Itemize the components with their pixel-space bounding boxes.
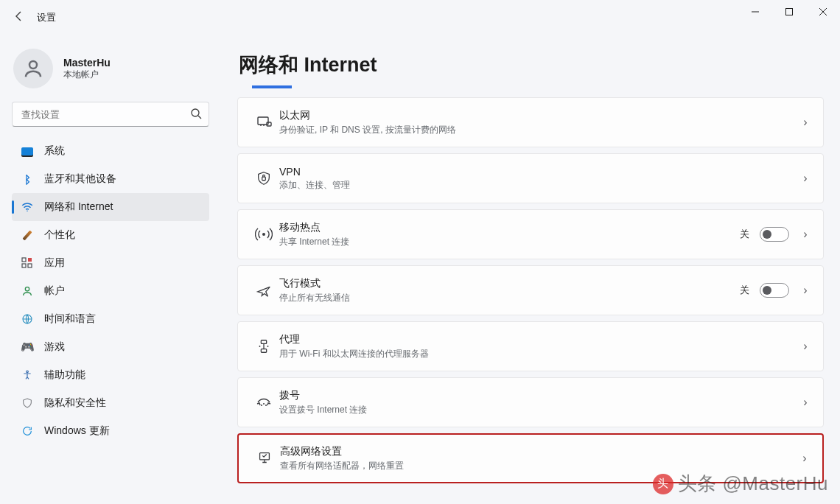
sidebar-item-label: 时间和语言: [44, 312, 96, 326]
close-button[interactable]: [806, 0, 840, 24]
svg-point-18: [267, 346, 269, 347]
sidebar-item-accessibility[interactable]: 辅助功能: [12, 361, 209, 389]
card-title: 以太网: [279, 109, 799, 122]
svg-rect-0: [786, 9, 793, 15]
card-subtitle: 身份验证, IP 和 DNS 设置, 按流量计费的网络: [279, 124, 799, 136]
apps-icon: [21, 256, 34, 270]
card-title: 拨号: [279, 389, 799, 402]
toggle-state-label: 关: [740, 228, 749, 241]
profile-block[interactable]: MasterHu 本地帐户: [13, 49, 209, 88]
sidebar-item-apps[interactable]: 应用: [12, 249, 209, 277]
watermark: 头头条 @MasterHu: [653, 471, 828, 497]
gamepad-icon: 🎮: [21, 340, 34, 354]
card-title: 高级网络设置: [280, 445, 799, 458]
watermark-logo-icon: 头: [653, 474, 673, 494]
chevron-right-icon: ›: [799, 172, 811, 185]
avatar: [13, 49, 53, 88]
airplane-icon: [248, 282, 279, 298]
setting-card-vpn[interactable]: VPN添加、连接、管理›: [237, 153, 824, 203]
sidebar-item-label: 个性化: [44, 228, 75, 242]
svg-rect-6: [22, 264, 26, 267]
card-subtitle: 停止所有无线通信: [279, 292, 740, 304]
card-title: VPN: [279, 166, 799, 178]
profile-account-type: 本地帐户: [63, 69, 111, 81]
svg-rect-13: [262, 177, 266, 181]
sidebar-item-gamepad[interactable]: 🎮游戏: [12, 333, 209, 361]
card-subtitle: 添加、连接、管理: [279, 179, 799, 192]
svg-rect-15: [261, 340, 266, 344]
sidebar-item-shield[interactable]: 隐私和安全性: [12, 389, 209, 417]
sidebar-item-monitor[interactable]: 系统: [12, 137, 209, 165]
search-input[interactable]: [12, 102, 209, 127]
toggle-state-label: 关: [740, 284, 749, 297]
sidebar-item-label: 辅助功能: [44, 368, 85, 382]
card-title: 移动热点: [279, 221, 740, 234]
toggle-switch[interactable]: [760, 283, 789, 298]
toggle-switch[interactable]: [760, 227, 789, 242]
chevron-right-icon: ›: [799, 452, 811, 465]
vpn-icon: [248, 170, 279, 186]
sidebar-item-label: 网络和 Internet: [44, 200, 113, 214]
sidebar-item-brush[interactable]: 个性化: [12, 221, 209, 249]
sidebar-item-label: 帐户: [44, 284, 65, 298]
setting-card-ethernet[interactable]: 以太网身份验证, IP 和 DNS 设置, 按流量计费的网络›: [237, 97, 824, 147]
sidebar-item-label: 蓝牙和其他设备: [44, 172, 116, 186]
chevron-right-icon: ›: [799, 284, 811, 297]
profile-name: MasterHu: [63, 57, 111, 69]
bluetooth-icon: ᛒ: [21, 172, 34, 186]
card-title: 代理: [279, 333, 799, 346]
svg-point-20: [261, 405, 262, 406]
setting-card-proxy[interactable]: 代理用于 Wi-Fi 和以太网连接的代理服务器›: [237, 321, 824, 371]
brush-icon: [21, 228, 34, 242]
maximize-button[interactable]: [772, 0, 806, 24]
accessibility-icon: [21, 368, 34, 382]
setting-card-hotspot[interactable]: 移动热点共享 Internet 连接关›: [237, 209, 824, 259]
page-title: 网络和 Internet: [239, 52, 824, 78]
sidebar-item-globe[interactable]: 时间和语言: [12, 305, 209, 333]
dialup-icon: [248, 393, 279, 411]
svg-point-21: [265, 405, 267, 406]
svg-point-2: [192, 109, 199, 116]
svg-point-1: [29, 61, 37, 69]
chevron-right-icon: ›: [799, 396, 811, 409]
svg-point-17: [259, 346, 261, 347]
sidebar-item-person[interactable]: 帐户: [12, 277, 209, 305]
setting-card-dialup[interactable]: 拨号设置拨号 Internet 连接›: [237, 377, 824, 427]
sidebar-item-label: 应用: [44, 256, 65, 270]
ethernet-icon: [248, 113, 279, 131]
update-icon: [21, 424, 34, 438]
globe-icon: [21, 312, 34, 326]
card-subtitle: 设置拨号 Internet 连接: [279, 404, 799, 416]
card-title: 飞行模式: [279, 277, 740, 290]
svg-rect-4: [22, 258, 26, 262]
sidebar-item-update[interactable]: Windows 更新: [12, 417, 209, 445]
sidebar-item-bluetooth[interactable]: ᛒ蓝牙和其他设备: [12, 165, 209, 193]
svg-rect-7: [28, 264, 32, 267]
card-subtitle: 共享 Internet 连接: [279, 236, 740, 248]
svg-point-14: [262, 233, 265, 236]
monitor-icon: [21, 144, 34, 158]
chevron-right-icon: ›: [799, 340, 811, 353]
svg-point-10: [27, 371, 29, 373]
svg-rect-5: [28, 258, 32, 262]
sidebar-item-wifi[interactable]: 网络和 Internet: [12, 193, 209, 221]
sidebar-item-label: 隐私和安全性: [44, 396, 106, 410]
svg-rect-16: [261, 349, 266, 353]
person-icon: [21, 284, 34, 298]
window-title: 设置: [37, 12, 56, 24]
accent-divider: [252, 84, 292, 88]
back-button[interactable]: [10, 10, 28, 25]
setting-card-airplane[interactable]: 飞行模式停止所有无线通信关›: [237, 265, 824, 315]
hotspot-icon: [248, 225, 279, 243]
sidebar-item-label: 游戏: [44, 340, 65, 354]
watermark-text: 头条 @MasterHu: [678, 472, 828, 494]
sidebar-item-label: 系统: [44, 144, 65, 158]
svg-point-19: [263, 403, 265, 405]
svg-point-3: [27, 211, 28, 212]
card-subtitle: 查看所有网络适配器，网络重置: [280, 460, 799, 472]
search-icon: [190, 108, 202, 122]
minimize-button[interactable]: [738, 0, 772, 24]
chevron-right-icon: ›: [799, 116, 811, 129]
sidebar-item-label: Windows 更新: [44, 424, 110, 438]
search-box[interactable]: [12, 102, 209, 127]
